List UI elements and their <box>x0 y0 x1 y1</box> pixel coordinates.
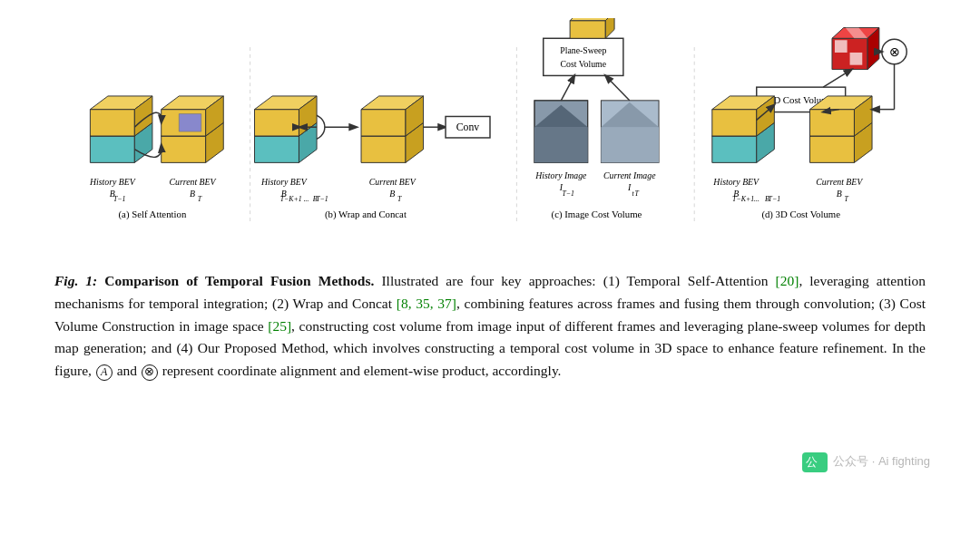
svg-text:...: ... <box>303 195 309 203</box>
svg-marker-103 <box>810 110 855 136</box>
svg-text:B: B <box>837 189 842 199</box>
history-image: History Image I T−1 <box>534 101 588 198</box>
svg-text:I: I <box>627 182 632 192</box>
history-bev-a: History BEV B T−1 <box>89 96 152 204</box>
svg-marker-9 <box>162 136 206 162</box>
svg-text:Cost Volume: Cost Volume <box>561 59 606 69</box>
svg-marker-23 <box>361 136 406 162</box>
svg-marker-90 <box>712 110 757 136</box>
svg-text:T−1: T−1 <box>562 189 574 198</box>
svg-line-73 <box>605 75 629 100</box>
svg-text:...: ... <box>754 195 760 203</box>
history-bev-d: History BEV B T−K+1 ... B T−1 <box>712 96 780 204</box>
current-bev-b: Current BEV B T <box>361 96 424 204</box>
gold-cube-c-top <box>570 18 614 38</box>
svg-rect-80 <box>835 40 848 53</box>
history-bev-b: History BEV B T−K+1 ... B T−1 <box>255 96 328 204</box>
svg-text:B: B <box>190 189 195 199</box>
svg-text:Current BEV: Current BEV <box>816 177 863 187</box>
svg-text:Current BEV: Current BEV <box>169 177 216 187</box>
svg-text:B: B <box>389 189 395 199</box>
svg-text:Current BEV: Current BEV <box>369 177 416 187</box>
svg-text:History BEV: History BEV <box>89 177 136 187</box>
svg-rect-59 <box>544 38 623 75</box>
watermark-text: 公众号 · Ai fighting <box>833 454 930 468</box>
fig-body6: represent coordinate alignment and eleme… <box>159 363 562 378</box>
main-container: History BEV B T−1 Current BEV B T <box>0 0 980 534</box>
svg-text:T: T <box>634 189 639 198</box>
svg-marker-35 <box>255 136 299 162</box>
current-bev-d: Current BEV B T <box>810 96 873 204</box>
svg-text:Conv: Conv <box>456 121 480 133</box>
svg-text:Current Image: Current Image <box>603 170 656 180</box>
fig-body1: Illustrated are four key approaches: (1)… <box>381 273 775 288</box>
svg-rect-67 <box>601 127 659 162</box>
circle-x-text: ⊗ <box>142 364 158 381</box>
svg-text:T−1: T−1 <box>113 195 126 203</box>
result-cube-d <box>832 28 879 70</box>
svg-text:(b) Wrap and Concat: (b) Wrap and Concat <box>325 209 407 220</box>
svg-rect-81 <box>850 53 863 65</box>
diagram-svg: History BEV B T−1 Current BEV B T <box>64 18 916 254</box>
svg-text:T−K+1: T−K+1 <box>732 195 754 203</box>
text-area: Fig. 1: Comparison of Temporal Fusion Me… <box>54 263 926 516</box>
svg-text:History BEV: History BEV <box>712 177 760 187</box>
svg-line-86 <box>823 70 851 88</box>
svg-text:(c) Image Cost Volume: (c) Image Cost Volume <box>552 209 642 220</box>
svg-marker-64 <box>605 18 614 38</box>
svg-marker-3 <box>90 110 134 136</box>
svg-text:T: T <box>844 195 848 203</box>
figure-caption: Fig. 1: Comparison of Temporal Fusion Me… <box>54 270 926 383</box>
svg-text:T−1: T−1 <box>316 195 328 203</box>
svg-marker-26 <box>361 110 406 136</box>
fig-title: Comparison of Temporal Fusion Methods. <box>104 273 374 288</box>
svg-marker-100 <box>810 136 855 162</box>
cite1: [20] <box>776 273 799 288</box>
svg-text:(a) Self Attention: (a) Self Attention <box>119 209 187 220</box>
svg-marker-0 <box>90 136 134 162</box>
svg-text:T: T <box>198 195 202 203</box>
svg-text:(d) 3D Cost Volume: (d) 3D Cost Volume <box>761 209 840 220</box>
fig-body5: and <box>113 363 141 378</box>
svg-marker-15 <box>179 114 201 132</box>
cite2: [8, 35, 37] <box>397 296 456 311</box>
svg-text:History Image: History Image <box>534 170 587 180</box>
svg-line-65 <box>561 75 574 100</box>
diagram-area: History BEV B T−1 Current BEV B T <box>54 18 926 263</box>
current-bev-a: Current BEV B T <box>162 96 224 204</box>
fig-label: Fig. 1: <box>54 273 97 288</box>
svg-text:公: 公 <box>806 455 818 469</box>
svg-marker-87 <box>712 136 757 162</box>
svg-text:⊗: ⊗ <box>889 45 900 59</box>
watermark-icon: 公 <box>802 452 828 472</box>
current-image: Current Image I T t <box>601 101 659 198</box>
svg-text:Plane-Sweep: Plane-Sweep <box>560 45 606 55</box>
svg-text:T−1: T−1 <box>769 195 781 203</box>
svg-rect-54 <box>534 127 588 162</box>
svg-text:T: T <box>397 195 402 203</box>
watermark: 公 公众号 · Ai fighting <box>802 452 930 472</box>
circle-a-text: A <box>96 364 113 381</box>
svg-marker-38 <box>255 110 299 136</box>
svg-text:T−K+1: T−K+1 <box>280 195 302 203</box>
svg-marker-62 <box>570 21 605 39</box>
cite3: [25] <box>268 318 291 334</box>
svg-text:History BEV: History BEV <box>260 177 308 187</box>
